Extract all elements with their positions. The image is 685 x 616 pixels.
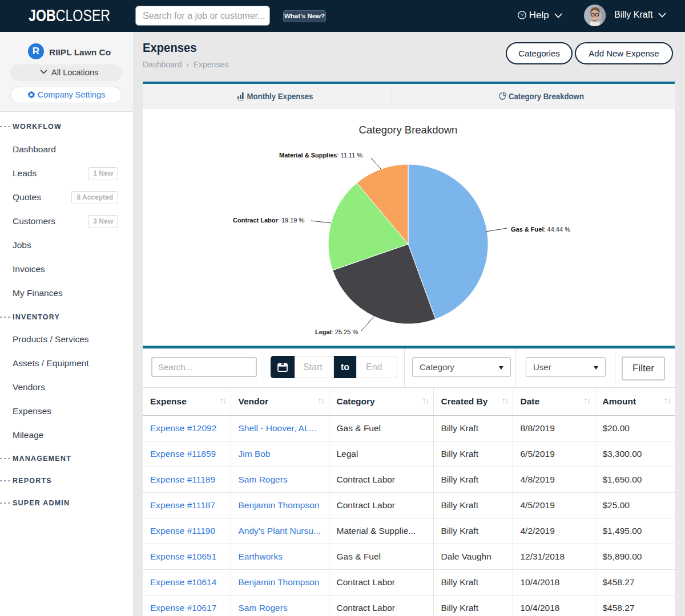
svg-text:Legal: 25.25 %: Legal: 25.25 % [315,329,358,335]
svg-text:Category Breakdown: Category Breakdown [359,124,458,136]
svg-text:Material & Supplies: 11.11 %: Material & Supplies: 11.11 % [279,152,363,159]
svg-text:Contract Labor: 19.19 %: Contract Labor: 19.19 % [233,217,305,224]
svg-text:?: ? [521,12,523,18]
svg-text:Gas & Fuel: 44.44 %: Gas & Fuel: 44.44 % [511,226,570,233]
